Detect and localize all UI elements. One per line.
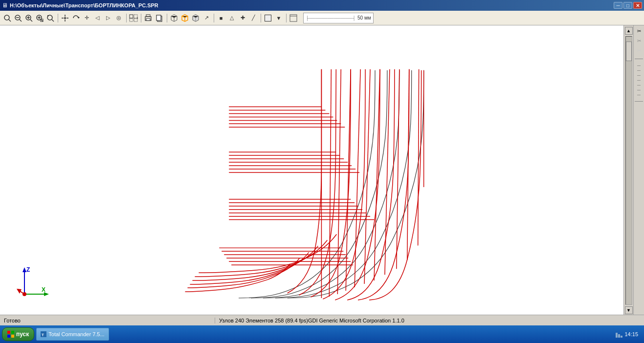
scroll-up-button[interactable]: ▲ (625, 27, 633, 35)
clock-time: 14:15 (624, 331, 638, 337)
status-left: Готово (0, 318, 215, 323)
side-cut3-button[interactable]: ✂ (635, 46, 644, 55)
minimize-button[interactable]: ─ (614, 2, 622, 9)
cross-button[interactable]: ✚ (237, 13, 248, 23)
color-dropdown-button[interactable]: ▼ (273, 13, 284, 23)
svg-text:T: T (42, 333, 44, 337)
svg-rect-84 (618, 334, 620, 338)
taskbar-clock: 14:15 (612, 331, 642, 338)
target-button[interactable]: ◎ (113, 13, 124, 23)
forward-button[interactable]: ▷ (103, 13, 113, 23)
title-bar: 🖥 Н:\Объекты\Личные\Транспорт\БОРТЛИНКОР… (0, 0, 644, 11)
svg-line-4 (20, 20, 22, 21)
right-scrollbar[interactable]: ▲ ▼ (623, 25, 633, 315)
svg-rect-18 (130, 15, 133, 18)
print-button[interactable] (143, 13, 154, 23)
svg-point-16 (64, 17, 66, 19)
svg-rect-78 (11, 331, 14, 334)
toolbar-sep-2 (125, 13, 128, 23)
svg-rect-83 (616, 333, 618, 338)
side-panel: ✂ ✂ ✂ ——————— (633, 25, 644, 315)
svg-marker-69 (22, 267, 26, 272)
view-dropdown-button[interactable] (128, 13, 139, 23)
network-icon (616, 331, 622, 338)
scroll-track[interactable] (625, 36, 632, 305)
zoom-in-button[interactable] (23, 13, 34, 23)
svg-line-64 (397, 69, 400, 269)
svg-rect-27 (290, 15, 297, 21)
drawing-canvas (0, 25, 623, 315)
svg-line-1 (9, 20, 11, 21)
svg-text:Z: Z (26, 266, 30, 273)
svg-rect-77 (7, 331, 10, 334)
zoom-window-button[interactable] (34, 13, 45, 23)
svg-line-66 (418, 69, 419, 246)
color-tools: ▼ (263, 13, 284, 23)
status-right: Узлов 240 Элементов 258 (89.4 fps)GDI Ge… (215, 318, 644, 323)
rotate-button[interactable] (70, 13, 81, 23)
svg-point-0 (4, 15, 9, 20)
main-area: Z X ▲ ▼ ✂ ✂ ✂ ——————— (0, 25, 644, 315)
toolbar-sep-4 (165, 13, 168, 23)
3d-box-button[interactable] (169, 13, 179, 23)
toolbar-sep-1 (56, 13, 59, 23)
window-button[interactable] (288, 13, 299, 23)
tick-marks: ——————— (635, 63, 643, 97)
zoom-realsize-button[interactable] (2, 13, 13, 23)
canvas-area[interactable]: Z X (0, 25, 623, 315)
svg-line-59 (346, 69, 351, 291)
3d-cube-outline-button[interactable] (179, 13, 190, 23)
svg-rect-24 (146, 19, 150, 21)
status-bar: Готово Узлов 240 Элементов 258 (89.4 fps… (0, 315, 644, 325)
toolbar: ✛ ◁ ▷ ◎ ↗ ■ △ ✚ ╱ (0, 11, 644, 25)
scroll-thumb[interactable] (626, 42, 632, 61)
coordinate-axes: Z X (15, 265, 54, 300)
svg-rect-85 (621, 336, 622, 338)
move-button[interactable]: ✛ (81, 13, 92, 23)
3d-arrow-button[interactable]: ↗ (201, 13, 212, 23)
ruler-label: 50 мм (357, 15, 371, 21)
svg-line-57 (329, 69, 331, 297)
3d-tools: ↗ (169, 13, 212, 23)
taskbar-item-total-commander[interactable]: T Total Commander 7.5... (36, 328, 109, 341)
zoom-extents-button[interactable] (45, 13, 56, 23)
line-button[interactable]: ╱ (248, 13, 259, 23)
svg-rect-20 (130, 19, 133, 21)
back-button[interactable]: ◁ (92, 13, 103, 23)
start-button[interactable]: пуск (2, 327, 34, 341)
zoom-out-button[interactable] (13, 13, 23, 23)
svg-rect-26 (156, 15, 161, 21)
triangle-button[interactable]: △ (226, 13, 237, 23)
draw-tools: ■ △ ✚ ╱ (216, 13, 259, 23)
start-label: пуск (16, 331, 29, 338)
scroll-down-button[interactable]: ▼ (625, 306, 633, 314)
pan-button[interactable] (60, 13, 70, 23)
svg-rect-80 (11, 335, 14, 338)
toolbar-sep-5 (212, 13, 215, 23)
zoom-tools (2, 13, 56, 23)
maximize-button[interactable]: □ (623, 2, 632, 9)
window-controls: ─ □ ✕ (614, 2, 642, 9)
toolbar-sep-3 (139, 13, 142, 23)
svg-line-8 (30, 20, 32, 21)
taskbar: пуск T Total Commander 7.5... 14:15 (0, 325, 644, 343)
window-title: Н:\Объекты\Личные\Транспорт\БОРТЛИНКОРА_… (8, 2, 614, 8)
point-button[interactable]: ■ (216, 13, 226, 23)
svg-text:X: X (42, 286, 45, 293)
close-button[interactable]: ✕ (633, 2, 642, 9)
svg-marker-17 (78, 17, 80, 19)
taskbar-item-icon: T (41, 331, 46, 337)
svg-rect-19 (134, 15, 137, 18)
toolbar-sep-6 (259, 13, 262, 23)
svg-line-15 (52, 20, 54, 21)
fill-button[interactable] (263, 13, 273, 23)
view-tools (128, 13, 139, 23)
nav-tools: ✛ ◁ ▷ ◎ (60, 13, 124, 23)
app-icon: 🖥 (2, 2, 8, 9)
taskbar-item-label: Total Commander 7.5... (48, 331, 104, 337)
ruler-area: ├──────────────┤ 50 мм (303, 13, 374, 23)
side-cut-button[interactable]: ✂ (635, 26, 644, 35)
copy-button[interactable] (154, 13, 165, 23)
3d-cube-filled-button[interactable] (190, 13, 201, 23)
side-cut2-button[interactable]: ✂ (635, 36, 644, 45)
